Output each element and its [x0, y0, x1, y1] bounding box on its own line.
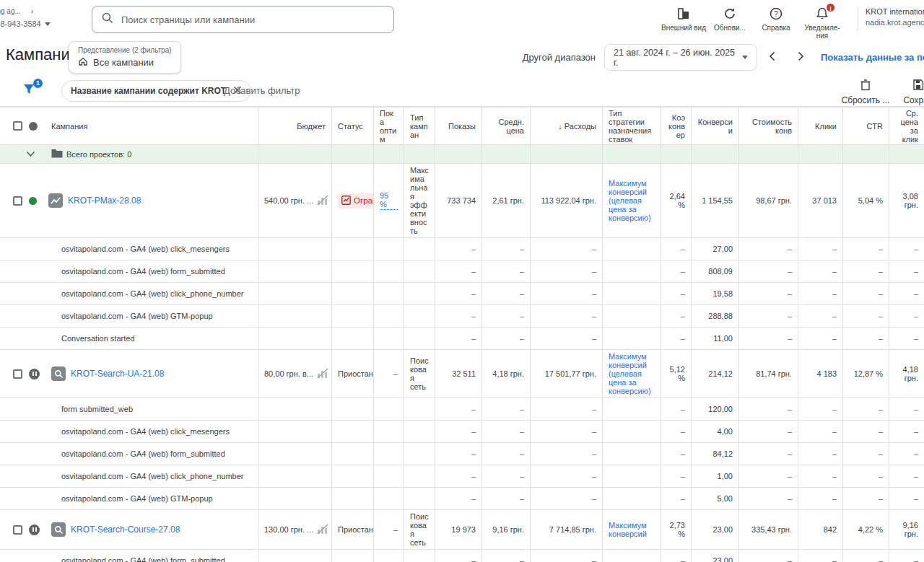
cell-budget [258, 305, 332, 327]
budget-value[interactable]: 80,00 грн. в... [264, 369, 313, 378]
save-button[interactable]: Сохран [892, 79, 924, 105]
cell-budget [258, 488, 332, 509]
cell-clicks: 842 [798, 510, 843, 549]
cell-type [404, 421, 435, 442]
conversion-action-name: Conversation started [61, 334, 135, 343]
cell-avg_price: – [482, 488, 531, 509]
cell-status [332, 443, 374, 465]
cell-type [404, 305, 435, 327]
cell-impressions: 19 973 [435, 510, 482, 549]
cell-impressions [435, 145, 482, 163]
column-header-avg_cpc[interactable]: Ср. цена за клик [889, 107, 924, 144]
show-recent-data-link[interactable]: Показать данные за после [821, 52, 924, 63]
cell-budget [258, 465, 332, 487]
column-header-budget[interactable]: Бюджет [258, 107, 332, 144]
column-header-ctr[interactable]: CTR [843, 107, 889, 144]
conversion-row: osvitapoland.com - GA4 (web) form_submit… [0, 260, 924, 283]
cell-cost: – [531, 550, 603, 562]
filter-bar: 1 Название кампании содержит KROT Добави… [0, 76, 924, 107]
bid-strategy-link[interactable]: Максимум конверсий (целевая цена за конв… [609, 179, 655, 222]
bid-strategy-link[interactable]: Максимум конверсий [609, 521, 655, 538]
search-box[interactable] [92, 6, 394, 33]
column-header-opt_score[interactable]: Пока оптим [374, 107, 404, 144]
account-breadcrumb[interactable]: tional marketing ag... [0, 7, 21, 15]
column-header-conv_rate[interactable]: Коэ конвер [661, 107, 692, 144]
cell-campaign: KROT-Search-Course-27.08 [0, 510, 258, 549]
cell-opt_score: – [374, 350, 404, 398]
cell-avg_cpc: – [889, 421, 924, 442]
cell-conversions: 4,00 [692, 421, 739, 442]
budget-value[interactable]: 540,00 грн. ... [264, 196, 313, 205]
column-header-type[interactable]: Тип кампан [404, 107, 435, 144]
refresh-button[interactable]: Обнови... [707, 6, 753, 40]
notification-badge: ! [825, 2, 836, 13]
cell-ctr: 12,87 % [843, 350, 889, 398]
cell-clicks: – [798, 550, 843, 562]
profile-menu[interactable]: KROT international nadia.krot.agency [858, 7, 924, 32]
appearance-button[interactable]: Внешний вид [661, 6, 707, 40]
search-input[interactable] [121, 14, 385, 25]
cell-campaign: osvitapoland.com - GA4 (web) GTM-popup [0, 488, 258, 509]
cell-cost: – [531, 465, 603, 487]
date-next-button[interactable] [786, 51, 815, 64]
cell-clicks: – [798, 488, 843, 509]
expand-chevron-icon[interactable] [26, 151, 35, 157]
cell-cost_per_conv: – [739, 443, 798, 465]
notifications-button[interactable]: Уведомле-ния ! [799, 6, 845, 40]
column-header-strategy[interactable]: Тип стратегии назначения ставок [603, 107, 661, 144]
select-all-checkbox[interactable] [13, 121, 22, 131]
cell-campaign: osvitapoland.com - GA4 (web) click_phone… [0, 465, 258, 487]
campaign-name-link[interactable]: KROT-PMax-28.08 [68, 196, 141, 206]
column-header-cost[interactable]: ↓Расходы [531, 107, 603, 144]
optimization-score[interactable]: 95 % [380, 191, 398, 210]
paused-status-icon[interactable] [29, 524, 40, 535]
active-filter-chip[interactable]: Название кампании содержит KROT [61, 80, 251, 102]
column-header-impressions[interactable]: Показы [435, 107, 482, 144]
view-selector[interactable]: Представление (2 фильтра) Все кампании [69, 41, 181, 74]
cell-cost_per_conv: – [739, 488, 798, 509]
campaign-name-link[interactable]: KROT-Search-Course-27.08 [71, 524, 180, 535]
row-checkbox[interactable] [13, 196, 22, 206]
cell-cost_per_conv: – [739, 305, 798, 327]
cell-type [404, 488, 435, 509]
column-header-avg_price[interactable]: Средн. цена [482, 107, 531, 144]
cell-strategy: Максимум конверсий (целевая цена за конв… [603, 164, 661, 237]
filter-funnel-button[interactable]: 1 [22, 82, 39, 99]
conversion-action-name: osvitapoland.com - GA4 (web) GTM-popup [61, 494, 213, 503]
refresh-icon [707, 6, 753, 22]
cell-type [404, 443, 435, 465]
cell-opt_score: – [374, 510, 404, 549]
conversion-row: osvitapoland.com - GA4 (web) click_mesen… [0, 238, 924, 260]
cell-status [332, 283, 374, 304]
cell-avg_cpc: 9,16 грн. [889, 510, 924, 549]
row-checkbox[interactable] [13, 525, 22, 535]
date-range-selector[interactable]: 21 авг. 2024 г. – 26 июн. 2025 г. [604, 44, 757, 71]
cell-cost_per_conv: – [739, 328, 798, 349]
cell-strategy [603, 305, 661, 327]
campaign-name-link[interactable]: KROT-Search-UA-21.08 [71, 369, 164, 379]
paused-status-icon[interactable] [29, 369, 40, 379]
add-filter-button[interactable]: Добавить фильтр [224, 85, 300, 96]
column-header-conversions[interactable]: Конверсии [692, 107, 739, 144]
column-header-campaign[interactable]: Кампания [0, 107, 258, 144]
enabled-status-icon[interactable] [29, 197, 37, 205]
cell-conv_rate: – [661, 421, 692, 442]
cell-status [332, 238, 374, 260]
row-checkbox[interactable] [13, 369, 22, 379]
bid-strategy-link[interactable]: Максимум конверсий (целевая цена за конв… [609, 352, 655, 395]
column-header-status[interactable]: Статус [332, 107, 374, 144]
column-header-clicks[interactable]: Клики [798, 107, 843, 144]
reset-columns-button[interactable]: Сбросить ... [840, 79, 892, 105]
budget-value[interactable]: 130,00 грн. ... [264, 525, 313, 534]
date-prev-button[interactable] [757, 51, 786, 64]
cell-status [332, 465, 374, 487]
account-switcher[interactable]: tional marketing ag...› nd com738-943-35… [0, 6, 98, 29]
cell-clicks: 4 183 [798, 350, 843, 398]
cell-avg_price: – [482, 550, 531, 562]
help-button[interactable]: ? Справка [753, 6, 799, 40]
column-header-cost_per_conv[interactable]: Стоимость конв [739, 107, 798, 144]
cell-avg_cpc: 4,18 грн. [889, 350, 924, 398]
status-chip[interactable]: Ограничено [338, 193, 374, 208]
chevron-down-icon[interactable] [45, 22, 51, 26]
cell-conv_rate: – [661, 465, 692, 487]
